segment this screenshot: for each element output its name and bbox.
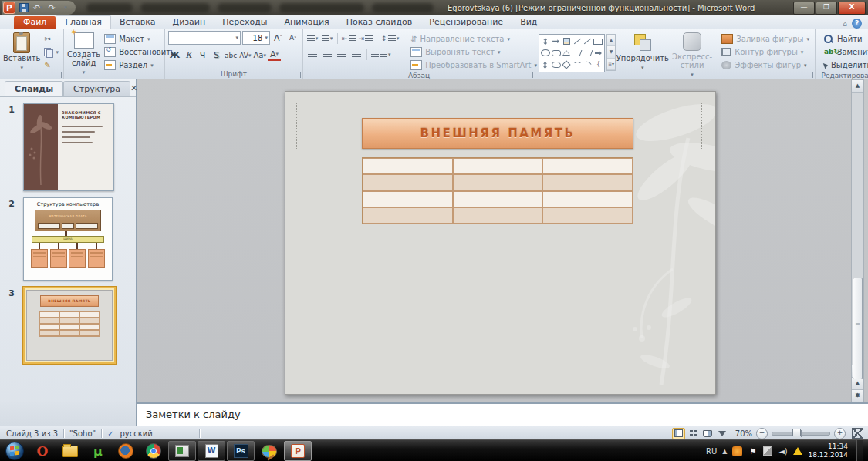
qat-customize-icon[interactable]: ▾ <box>60 2 71 13</box>
help-icon[interactable]: ? <box>852 19 862 29</box>
tray-app-icon[interactable] <box>732 446 742 456</box>
cut-button[interactable]: ✂ <box>42 33 61 45</box>
table-cell[interactable] <box>453 207 543 224</box>
slideshow-view-button[interactable] <box>716 428 729 439</box>
table-cell[interactable] <box>363 207 453 224</box>
find-button[interactable]: Найти <box>822 33 868 45</box>
underline-button[interactable]: Ч <box>196 49 209 61</box>
columns-button[interactable]: ▾ <box>371 49 391 61</box>
tab-file[interactable]: Файл <box>14 16 56 29</box>
font-size-combo[interactable]: 18 ▾ <box>242 31 270 45</box>
replace-button[interactable]: ab↻Заменить▾ <box>822 46 868 58</box>
zoom-in-button[interactable]: + <box>834 428 846 439</box>
tray-clock[interactable]: 11:34 18.12.2014 <box>808 442 848 459</box>
minimize-button[interactable]: — <box>793 2 815 15</box>
paste-button[interactable]: Вставить▾ <box>3 31 40 77</box>
tab-view[interactable]: Вид <box>512 16 545 29</box>
line-spacing-button[interactable]: ↕▾ <box>381 33 399 45</box>
font-name-combo[interactable]: ▾ <box>168 31 241 45</box>
taskbar-photoshop[interactable]: Ps <box>227 441 255 461</box>
tray-language[interactable]: RU <box>706 447 717 456</box>
zoom-slider-thumb[interactable] <box>792 429 801 439</box>
zoom-out-button[interactable]: − <box>756 428 768 439</box>
taskbar-chrome[interactable] <box>140 442 167 460</box>
taskbar-opera[interactable]: O <box>29 442 56 460</box>
normal-view-button[interactable] <box>672 428 685 439</box>
quick-styles-button[interactable]: Экспресс-стили▾ <box>670 31 715 77</box>
fit-to-window-button[interactable] <box>852 428 863 439</box>
arrange-button[interactable]: Упорядочить▾ <box>617 31 668 77</box>
zoom-percentage[interactable]: 70% <box>735 429 752 438</box>
slide-thumbnail-3-selected[interactable]: 3 ВНЕШНЯЯ ПАМЯТЬ <box>0 287 136 364</box>
shape-fill-button[interactable]: Заливка фигуры▾ <box>719 33 812 45</box>
slide-table[interactable] <box>362 157 633 224</box>
select-button[interactable]: Выделить▾ <box>822 59 868 71</box>
table-cell[interactable] <box>453 158 543 174</box>
tray-drive-icon[interactable] <box>793 447 802 455</box>
tab-insert[interactable]: Вставка <box>111 16 164 29</box>
panel-tab-slides[interactable]: Слайды <box>5 81 63 96</box>
bold-button[interactable]: Ж <box>168 49 181 61</box>
tray-volume-icon[interactable]: ◄) <box>778 446 788 456</box>
shapes-gallery[interactable]: { <box>539 34 605 72</box>
table-cell[interactable] <box>542 191 633 207</box>
paragraph-dialog-launcher[interactable] <box>527 72 533 78</box>
font-dialog-launcher[interactable] <box>295 72 301 78</box>
tab-home[interactable]: Главная <box>56 15 111 29</box>
align-center-button[interactable] <box>321 49 333 61</box>
shapes-gallery-scroll[interactable]: ▲▼≡▾ <box>606 34 616 71</box>
tab-animations[interactable]: Анимация <box>276 16 338 29</box>
tab-review[interactable]: Рецензирование <box>420 16 512 29</box>
align-text-button[interactable]: Выровнять текст▾ <box>408 46 539 58</box>
change-case-button[interactable]: Aa▾ <box>252 49 266 61</box>
text-shadow-button[interactable]: S <box>210 49 223 61</box>
scroll-track[interactable] <box>852 93 863 365</box>
align-left-button[interactable] <box>306 49 319 61</box>
convert-smartart-button[interactable]: Преобразовать в SmartArt▾ <box>408 59 539 71</box>
drawing-dialog-launcher[interactable] <box>807 72 813 78</box>
clipboard-dialog-launcher[interactable] <box>56 72 62 78</box>
slide-title-banner[interactable]: ВНЕШНЯЯ ПАМЯТЬ <box>362 118 633 149</box>
panel-tab-outline[interactable]: Структура <box>63 81 130 96</box>
format-painter-button[interactable]: ✎ <box>42 59 61 71</box>
slide-thumbnail-2[interactable]: 2 Структура компьютера МАТЕРИНСКАЯ ПЛАТА… <box>0 197 136 281</box>
scroll-thumb[interactable] <box>853 278 863 379</box>
numbering-button[interactable]: ▾ <box>321 33 333 45</box>
reading-view-button[interactable] <box>701 428 714 439</box>
table-cell[interactable] <box>453 174 543 190</box>
taskbar-powerpoint-active[interactable]: P <box>284 441 312 461</box>
close-button[interactable]: X <box>838 2 866 15</box>
slide-editor-area[interactable]: ВНЕШНЯЯ ПАМЯТЬ ▲ ▼ ▲▲ ▼▼ <box>137 79 868 402</box>
minimize-ribbon-icon[interactable]: ⌂ <box>843 20 847 28</box>
slide-sorter-view-button[interactable] <box>687 428 700 439</box>
taskbar-utorrent[interactable]: µ <box>85 442 111 460</box>
show-desktop-button[interactable] <box>856 440 863 461</box>
character-spacing-button[interactable]: AV▾ <box>238 49 252 61</box>
taskbar-paint[interactable] <box>256 442 282 460</box>
vertical-scrollbar[interactable]: ▲ ▼ ▲▲ ▼▼ <box>851 79 864 402</box>
save-icon[interactable] <box>19 2 29 13</box>
notes-pane[interactable]: Заметки к слайду <box>137 402 868 426</box>
justify-button[interactable] <box>350 49 363 61</box>
tray-expand-icon[interactable]: ▲ <box>722 448 727 455</box>
taskbar-firefox[interactable] <box>113 442 139 460</box>
table-cell[interactable] <box>363 174 453 190</box>
table-cell[interactable] <box>542 174 633 190</box>
start-button[interactable] <box>2 442 28 460</box>
tab-slideshow[interactable]: Показ слайдов <box>338 16 421 29</box>
tab-design[interactable]: Дизайн <box>164 16 214 29</box>
tray-sync-icon[interactable] <box>763 446 772 456</box>
table-cell[interactable] <box>453 191 543 207</box>
maximize-button[interactable]: ❐ <box>816 2 837 15</box>
table-cell[interactable] <box>363 158 453 174</box>
bullets-button[interactable]: ▾ <box>306 33 319 45</box>
taskbar-image-viewer[interactable] <box>168 441 196 461</box>
previous-slide-button[interactable]: ▲▲ <box>852 378 863 390</box>
table-cell[interactable] <box>542 158 633 174</box>
font-color-button[interactable]: А▾ <box>268 49 281 61</box>
next-slide-button[interactable]: ▼▼ <box>852 390 863 402</box>
scroll-up-icon[interactable]: ▲ <box>852 80 863 93</box>
slide-thumbnail-1[interactable]: 1 ЗНАКОМИМСЯ С КОМПЬЮТЕРОМ <box>0 103 136 191</box>
language-indicator[interactable]: русский <box>120 429 153 438</box>
grow-font-button[interactable]: А˄ <box>272 32 285 44</box>
